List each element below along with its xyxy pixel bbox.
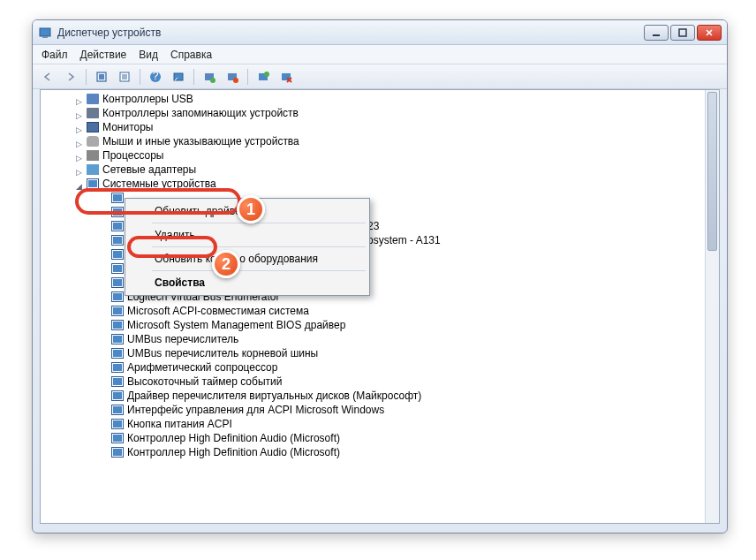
maximize-button[interactable] [670, 25, 695, 41]
device-icon [111, 405, 124, 415]
tree-item[interactable]: Microsoft System Management BIOS драйвер [48, 318, 719, 332]
expander-icon[interactable] [99, 264, 108, 273]
expander-icon[interactable] [99, 193, 108, 202]
device-icon [111, 306, 124, 316]
show-hidden-button[interactable] [92, 67, 111, 87]
device-icon [111, 433, 124, 443]
device-icon [111, 235, 124, 246]
vertical-scrollbar[interactable] [705, 90, 719, 523]
tree-category-system-devices[interactable]: ◢Системные устройства [48, 177, 719, 191]
menu-action[interactable]: Действие [80, 49, 127, 61]
expander-icon[interactable] [99, 306, 108, 315]
expander-icon[interactable]: ◢ [74, 179, 83, 188]
menu-file[interactable]: Файл [42, 49, 68, 61]
device-icon [111, 334, 124, 344]
svg-rect-1 [42, 36, 48, 38]
expander-icon[interactable] [99, 292, 108, 301]
device-icon [111, 291, 124, 302]
tree-category[interactable]: ▷Процессоры [48, 148, 719, 163]
tree-item-label: Системные устройства [102, 177, 216, 191]
scan-hw-button[interactable] [253, 67, 273, 87]
forward-button[interactable] [61, 67, 80, 87]
back-button[interactable] [38, 67, 57, 87]
scan-button[interactable] [169, 67, 188, 87]
tree-item-label: Мониторы [102, 120, 153, 134]
tree-item-label: Microsoft System Management BIOS драйвер [127, 318, 345, 332]
tree-item-label: Интерфейс управления для ACPI Microsoft … [127, 403, 384, 417]
tree-client-area: ▷Контроллеры USB▷Контроллеры запоминающи… [40, 89, 720, 524]
annotation-badge-1: 1 [237, 195, 265, 223]
tree-item[interactable]: Microsoft ACPI-совместимая система [48, 304, 719, 318]
expander-icon[interactable] [99, 420, 108, 428]
tree-item[interactable]: Арифметический сопроцессор [48, 360, 719, 375]
help-button[interactable]: ? [146, 67, 165, 87]
device-icon [111, 376, 124, 387]
tree-category[interactable]: ▷Контроллеры USB [48, 92, 719, 106]
device-icon [111, 277, 124, 288]
device-icon [111, 249, 124, 260]
tree-item[interactable]: Высокоточный таймер событий [48, 375, 719, 389]
tree-category[interactable]: ▷Сетевые адаптеры [48, 163, 719, 177]
tree-item-label: Контроллер High Definition Audio (Micros… [127, 445, 340, 459]
expander-icon[interactable]: ▷ [74, 137, 83, 146]
expander-icon[interactable] [99, 363, 108, 372]
svg-rect-2 [653, 34, 660, 36]
expander-icon[interactable] [99, 236, 108, 245]
tree-item[interactable]: Кнопка питания ACPI [48, 417, 719, 431]
update-driver-button[interactable] [200, 67, 219, 87]
tree-item[interactable]: Контроллер High Definition Audio (Micros… [48, 445, 719, 459]
tree-category[interactable]: ▷Контроллеры запоминающих устройств [48, 106, 719, 120]
titlebar: Диспетчер устройств [33, 20, 727, 45]
tree-item-label: Процессоры [102, 148, 164, 163]
menubar: Файл Действие Вид Справка [33, 45, 727, 64]
expander-icon[interactable] [99, 321, 108, 329]
disable-button[interactable] [276, 67, 296, 87]
close-button[interactable] [697, 25, 722, 41]
expander-icon[interactable] [99, 335, 108, 344]
svg-rect-0 [40, 28, 50, 36]
uninstall-button[interactable] [223, 67, 242, 87]
tree-item[interactable]: Драйвер перечислителя виртуальных дисков… [48, 389, 719, 403]
tree-category[interactable]: ▷Мониторы [48, 120, 719, 134]
expander-icon[interactable] [99, 349, 108, 358]
menu-delete[interactable]: Удалить [127, 225, 367, 245]
toolbar: ? [33, 64, 727, 89]
minimize-button[interactable] [644, 25, 669, 41]
svg-point-16 [233, 78, 238, 83]
menu-properties[interactable]: Свойства [127, 273, 367, 292]
menu-help[interactable]: Справка [170, 49, 212, 61]
tree-item-label: Мыши и иные указывающие устройства [102, 134, 299, 148]
device-icon [111, 390, 124, 401]
expander-icon[interactable]: ▷ [74, 123, 83, 132]
tree-scroll[interactable]: ▷Контроллеры USB▷Контроллеры запоминающи… [41, 90, 719, 523]
window-buttons [644, 25, 722, 41]
tree-item-label: UMBus перечислитель корневой шины [127, 346, 318, 360]
expander-icon[interactable] [99, 434, 108, 443]
menu-view[interactable]: Вид [139, 49, 158, 61]
device-icon [111, 320, 124, 330]
tree-item[interactable]: Интерфейс управления для ACPI Microsoft … [48, 403, 719, 417]
tree-item[interactable]: UMBus перечислитель корневой шины [48, 346, 719, 360]
tree-category[interactable]: ▷Мыши и иные указывающие устройства [48, 134, 719, 148]
device-icon [87, 108, 99, 118]
expander-icon[interactable]: ▷ [74, 109, 83, 117]
expander-icon[interactable]: ▷ [74, 151, 83, 160]
expander-icon[interactable] [99, 377, 108, 386]
tree-item[interactable]: UMBus перечислитель [48, 332, 719, 346]
expander-icon[interactable] [99, 208, 108, 216]
expander-icon[interactable] [99, 391, 108, 400]
expander-icon[interactable] [99, 250, 108, 259]
expander-icon[interactable] [99, 278, 108, 287]
tree-item[interactable]: Контроллер High Definition Audio (Micros… [48, 431, 719, 445]
window-title: Диспетчер устройств [57, 26, 644, 39]
tree-item-label: Контроллер High Definition Audio (Micros… [127, 431, 340, 445]
expander-icon[interactable] [99, 405, 108, 414]
expander-icon[interactable] [99, 448, 108, 457]
svg-point-14 [210, 78, 215, 83]
menu-refresh-hw[interactable]: Обновить конфи о оборудования [127, 249, 367, 269]
scroll-thumb[interactable] [707, 92, 717, 251]
expander-icon[interactable]: ▷ [74, 95, 83, 103]
properties-button[interactable] [115, 67, 134, 87]
expander-icon[interactable]: ▷ [74, 165, 83, 174]
expander-icon[interactable] [99, 222, 108, 231]
